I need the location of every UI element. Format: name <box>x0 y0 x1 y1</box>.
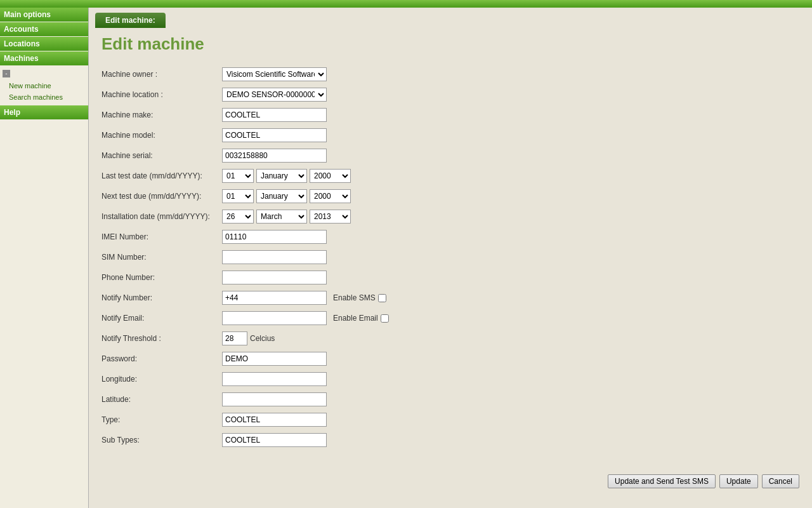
update-button[interactable]: Update <box>719 474 758 488</box>
machine-model-input[interactable] <box>222 128 327 142</box>
sub-types-row: Sub Types: <box>102 432 799 448</box>
sidebar-item-help[interactable]: Help <box>0 105 88 119</box>
sub-types-input[interactable] <box>222 433 327 447</box>
machine-owner-label: Machine owner : <box>102 70 222 79</box>
machine-serial-row: Machine serial: <box>102 148 799 163</box>
update-send-sms-button[interactable]: Update and Send Test SMS <box>608 474 716 488</box>
next-test-day-select[interactable]: 010203 <box>222 189 254 203</box>
last-test-date-group: 0102030405 0607080910 1112131415 1617181… <box>222 169 351 183</box>
notify-email-label: Notify Email: <box>102 314 222 323</box>
machine-location-label: Machine location : <box>102 90 222 99</box>
longitude-input[interactable] <box>222 372 327 386</box>
next-test-date-row: Next test due (mm/dd/YYYY): 010203 Janua… <box>102 189 799 204</box>
type-row: Type: <box>102 412 799 427</box>
notify-number-input[interactable] <box>222 291 327 305</box>
password-input[interactable] <box>222 352 327 366</box>
machine-model-row: Machine model: <box>102 128 799 143</box>
next-test-year-select[interactable]: 20002001200220032004 2005200620072008200… <box>310 189 351 203</box>
type-label: Type: <box>102 415 222 424</box>
last-test-year-select[interactable]: 20002001200220032004 2005200620072008200… <box>310 169 351 183</box>
notify-email-input[interactable] <box>222 311 327 325</box>
sim-label: SIM Number: <box>102 253 222 262</box>
imei-label: IMEI Number: <box>102 232 222 241</box>
sidebar-item-main-options[interactable]: Main options <box>0 8 88 22</box>
next-test-date-label: Next test due (mm/dd/YYYY): <box>102 192 222 201</box>
installation-date-row: Installation date (mm/dd/YYYY): 01020304… <box>102 209 799 224</box>
longitude-row: Longitude: <box>102 371 799 387</box>
notify-threshold-label: Notify Threshold : <box>102 334 222 343</box>
install-day-select[interactable]: 0102030405 0607080910 1112131415 1617181… <box>222 210 254 224</box>
password-row: Password: <box>102 351 799 366</box>
phone-label: Phone Number: <box>102 273 222 282</box>
sidebar-item-search-machines[interactable]: Search machines <box>0 91 88 103</box>
latitude-label: Latitude: <box>102 395 222 404</box>
enable-email-text: Enable Email <box>333 314 378 323</box>
collapse-icon[interactable]: - <box>3 70 10 77</box>
top-bar <box>0 0 812 8</box>
machine-make-label: Machine make: <box>102 110 222 119</box>
next-test-month-select[interactable]: JanuaryFebruaryMarchApril MayJuneJulyAug… <box>256 189 307 203</box>
machine-serial-input[interactable] <box>222 149 327 163</box>
notify-number-label: Notify Number: <box>102 293 222 302</box>
machine-make-input[interactable] <box>222 108 327 122</box>
last-test-day-select[interactable]: 0102030405 0607080910 1112131415 1617181… <box>222 169 254 183</box>
phone-row: Phone Number: <box>102 270 799 285</box>
machine-make-row: Machine make: <box>102 107 799 123</box>
sidebar-item-accounts[interactable]: Accounts <box>0 22 88 36</box>
imei-input[interactable] <box>222 230 327 244</box>
enable-sms-checkbox[interactable] <box>378 294 386 302</box>
sim-input[interactable] <box>222 250 327 264</box>
type-input[interactable] <box>222 413 327 427</box>
buttons-row: Update and Send Test SMS Update Cancel <box>89 468 812 495</box>
threshold-unit: Celcius <box>250 334 275 343</box>
machine-serial-label: Machine serial: <box>102 151 222 160</box>
notify-email-row: Notify Email: Enable Email <box>102 311 799 326</box>
last-test-date-row: Last test date (mm/dd/YYYY): 0102030405 … <box>102 168 799 184</box>
sidebar-item-new-machine[interactable]: New machine <box>0 80 88 91</box>
sub-types-label: Sub Types: <box>102 436 222 444</box>
last-test-date-label: Last test date (mm/dd/YYYY): <box>102 171 222 180</box>
machine-owner-row: Machine owner : Visicom Scientific Softw… <box>102 67 799 82</box>
sidebar-item-machines[interactable]: Machines <box>0 51 88 65</box>
enable-email-label: Enable Email <box>333 314 389 323</box>
install-month-select[interactable]: JanuaryFebruaryMarchApril MayJuneJulyAug… <box>256 210 307 224</box>
enable-sms-text: Enable SMS <box>333 293 376 302</box>
longitude-label: Longitude: <box>102 375 222 384</box>
enable-sms-label: Enable SMS <box>333 293 386 302</box>
sidebar-item-locations[interactable]: Locations <box>0 37 88 51</box>
notify-threshold-row: Notify Threshold : Celcius <box>102 331 799 346</box>
latitude-row: Latitude: <box>102 392 799 407</box>
machine-location-select[interactable]: DEMO SENSOR-0000000071 <box>222 88 327 102</box>
machine-location-row: Machine location : DEMO SENSOR-000000007… <box>102 87 799 102</box>
machine-owner-select[interactable]: Visicom Scientific Software-000630 <box>222 67 327 81</box>
next-test-date-group: 010203 JanuaryFebruaryMarchApril MayJune… <box>222 189 351 203</box>
sidebar: Main options Accounts Locations Machines… <box>0 8 89 508</box>
page-title: Edit machine <box>89 28 812 60</box>
main-content: Edit machine: Edit machine Machine owner… <box>89 8 812 508</box>
phone-input[interactable] <box>222 271 327 284</box>
installation-date-label: Installation date (mm/dd/YYYY): <box>102 212 222 221</box>
password-label: Password: <box>102 354 222 363</box>
enable-email-checkbox[interactable] <box>381 314 389 323</box>
sim-row: SIM Number: <box>102 250 799 265</box>
machine-model-label: Machine model: <box>102 131 222 140</box>
tab-edit-machine[interactable]: Edit machine: <box>95 13 166 28</box>
form-area: Machine owner : Visicom Scientific Softw… <box>89 60 812 465</box>
imei-row: IMEI Number: <box>102 229 799 244</box>
notify-number-row: Notify Number: Enable SMS <box>102 290 799 305</box>
cancel-button[interactable]: Cancel <box>762 474 799 488</box>
tab-bar: Edit machine: <box>89 8 812 28</box>
install-year-select[interactable]: 20002001200220032004 2005200620072008200… <box>310 210 351 224</box>
last-test-month-select[interactable]: JanuaryFebruaryMarchApril MayJuneJulyAug… <box>256 169 307 183</box>
latitude-input[interactable] <box>222 392 327 406</box>
installation-date-group: 0102030405 0607080910 1112131415 1617181… <box>222 210 351 224</box>
notify-threshold-input[interactable] <box>222 331 247 345</box>
